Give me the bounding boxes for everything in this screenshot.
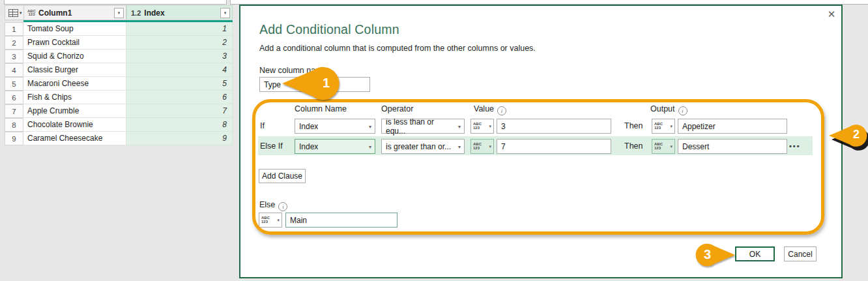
cell-column1[interactable]: Fish & Chips (23, 91, 126, 104)
column-header-label: Index (144, 8, 164, 18)
table-corner-cell[interactable]: ▾ (5, 5, 24, 20)
cell-index[interactable]: 5 (126, 77, 233, 91)
table-menu-caret-icon: ▾ (20, 10, 22, 16)
row-number[interactable]: 8 (5, 118, 23, 132)
annotation-highlight-rectangle (252, 99, 824, 235)
cell-column1[interactable]: Macaroni Cheese (23, 77, 126, 91)
cell-column1[interactable]: Tomato Soup (23, 22, 126, 36)
table-icon (8, 9, 18, 17)
cell-column1[interactable]: Prawn Cocktail (23, 36, 126, 50)
annotation-callout-3: 3 (695, 240, 735, 270)
row-number[interactable]: 2 (5, 36, 23, 50)
row-number[interactable]: 4 (5, 63, 23, 77)
row-number[interactable]: 3 (5, 50, 23, 63)
cell-index[interactable]: 8 (126, 118, 233, 132)
cell-index[interactable]: 3 (126, 50, 233, 63)
column-header-index[interactable]: 1.2 Index ▾ (126, 5, 233, 20)
cell-column1[interactable]: Chocolate Brownie (23, 118, 126, 132)
cell-index[interactable]: 1 (126, 22, 233, 36)
filter-dropdown-button[interactable]: ▾ (220, 8, 230, 18)
row-number[interactable]: 6 (5, 91, 23, 104)
formula-bar-fragment-right (230, 0, 868, 5)
filter-caret-icon: ▾ (224, 10, 227, 16)
filter-dropdown-button[interactable]: ▾ (114, 8, 124, 18)
cell-column1[interactable]: Apple Crumble (23, 104, 126, 118)
row-number[interactable]: 5 (5, 77, 23, 91)
cancel-button[interactable]: Cancel (784, 246, 817, 261)
row-number[interactable]: 1 (5, 22, 23, 36)
close-icon[interactable]: ✕ (825, 8, 838, 21)
cell-column1[interactable]: Squid & Chorizo (23, 50, 126, 63)
annotation-callout-1: 1 (282, 66, 341, 101)
cell-index[interactable]: 2 (126, 36, 233, 50)
cell-column1[interactable]: Caramel Cheesecake (23, 132, 126, 145)
filter-caret-icon: ▾ (118, 10, 121, 16)
number-type-icon: 1.2 (131, 9, 141, 17)
cell-index[interactable]: 4 (126, 63, 233, 77)
cell-index[interactable]: 6 (126, 91, 233, 104)
cell-column1[interactable]: Classic Burger (23, 63, 126, 77)
annotation-callout-2: 2 (829, 122, 868, 149)
cell-index[interactable]: 9 (126, 132, 233, 145)
row-number[interactable]: 7 (5, 104, 23, 118)
dialog-title: Add Conditional Column (259, 22, 399, 37)
cell-index[interactable]: 7 (126, 104, 233, 118)
formula-bar-fragment-left (4, 0, 227, 5)
ok-button[interactable]: OK (735, 246, 775, 261)
column-header-label: Column1 (38, 8, 72, 18)
dialog-subtitle: Add a conditional column that is compute… (259, 44, 536, 53)
text-type-icon: ABC 123 (27, 10, 36, 16)
power-query-screen: { "table": { "columns": [ {"type_top": "… (0, 0, 868, 281)
column-header-column1[interactable]: ABC 123 Column1 ▾ (23, 5, 126, 20)
row-number[interactable]: 9 (5, 132, 23, 145)
